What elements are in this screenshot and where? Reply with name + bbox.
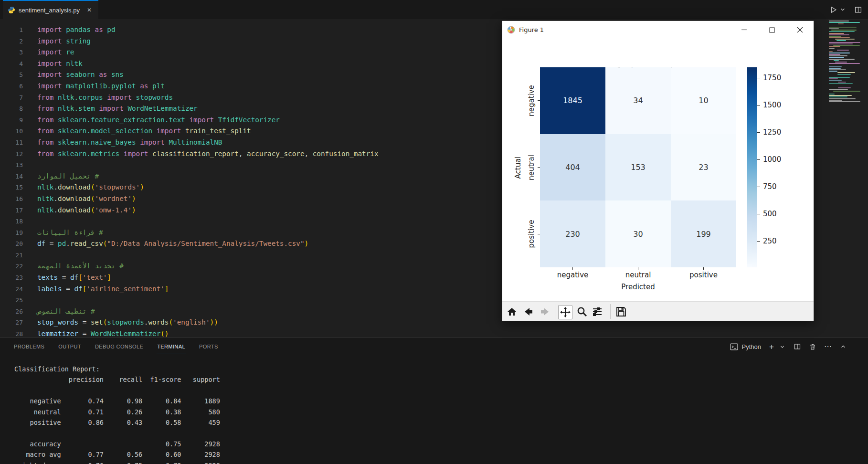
heatmap-cell-positive-neutral: 30 [605, 200, 671, 267]
panel-actions: Python + ⋯ [730, 338, 848, 355]
zoom-rect-icon[interactable] [575, 305, 589, 318]
line-number: 25 [0, 295, 23, 306]
run-python-file-button[interactable] [828, 4, 838, 15]
line-number: 4 [0, 58, 23, 70]
code-text: # قراءة البيانات [37, 227, 103, 239]
back-icon[interactable] [522, 305, 535, 318]
y-tick-label-neutral: neutral [527, 155, 536, 180]
bottom-panel: PROBLEMSOUTPUTDEBUG CONSOLETERMINALPORTS… [0, 337, 868, 464]
split-editor-icon[interactable] [853, 4, 863, 15]
matplotlib-figure-window[interactable]: Figure 1 Confusion Matrix 18453410404153… [502, 21, 814, 321]
colorbar-tick-label-500: 500 [763, 210, 777, 218]
colorbar-tick-mark [757, 241, 760, 242]
pan-tool-icon[interactable] [558, 305, 572, 319]
code-text: labels = df['airline_sentiment'] [37, 284, 169, 295]
panel-maximize-chevron-icon[interactable] [838, 342, 848, 351]
figure-canvas: Confusion Matrix 18453410404153232303019… [502, 39, 814, 301]
x-tick-label-positive: positive [675, 271, 732, 279]
configure-subplots-icon[interactable] [591, 305, 604, 318]
forward-icon-disabled[interactable] [538, 305, 551, 318]
code-line[interactable]: 28lemmatizer = WordNetLemmatizer() [0, 328, 828, 337]
y-tick-mark [538, 234, 540, 234]
minimap[interactable] [828, 21, 868, 211]
code-text: df = pd.read_csv("D:/Data Analysis/Senti… [37, 238, 308, 250]
colorbar-tick-mark [757, 214, 760, 214]
line-number: 12 [0, 148, 23, 160]
colorbar-tick-label-250: 250 [763, 237, 777, 245]
code-text: texts = df['text'] [37, 272, 111, 284]
heatmap-cell-neutral-negative: 404 [540, 134, 605, 201]
line-number: 24 [0, 284, 23, 295]
line-number: 23 [0, 272, 23, 284]
figure-title-bar[interactable]: Figure 1 [502, 21, 814, 39]
x-axis-label: Predicted [540, 283, 736, 291]
code-text: import matplotlib.pyplot as plt [37, 81, 165, 92]
colorbar-tick-mark [757, 132, 760, 133]
line-number: 10 [0, 126, 23, 137]
y-tick-label-negative: negative [527, 85, 536, 116]
figure-minimize-button[interactable] [733, 21, 755, 39]
heatmap-cell-negative-positive: 10 [671, 67, 736, 134]
kill-terminal-trash-icon[interactable] [808, 342, 817, 351]
vscode-window: sentiment_analysis.py ✕ 1import pandas a… [0, 0, 868, 464]
line-number: 21 [0, 250, 23, 261]
code-text: from nltk.stem import WordNetLemmatizer [37, 103, 198, 115]
line-number: 11 [0, 137, 23, 148]
confusion-matrix-heatmap: 184534104041532323030199 [540, 67, 736, 267]
matplotlib-logo-icon [507, 26, 515, 34]
tab-close-icon[interactable]: ✕ [87, 7, 92, 13]
line-number: 14 [0, 171, 23, 182]
panel-tab-problems[interactable]: PROBLEMS [13, 339, 45, 354]
heatmap-cell-negative-negative: 1845 [540, 67, 605, 134]
split-terminal-icon[interactable] [793, 342, 802, 351]
tab-sentiment-analysis[interactable]: sentiment_analysis.py ✕ [3, 0, 98, 19]
tab-filename: sentiment_analysis.py [19, 7, 80, 14]
code-text: from sklearn.metrics import classificati… [37, 148, 379, 160]
colorbar-tick-label-1250: 1250 [763, 128, 781, 137]
home-icon[interactable] [505, 305, 519, 318]
figure-close-button[interactable] [789, 21, 811, 39]
code-text: from sklearn.naive_bayes import Multinom… [37, 137, 222, 148]
run-options-chevron-icon[interactable] [839, 4, 846, 15]
code-text: # تحديد الأعمدة المهمة [37, 261, 124, 272]
code-text: # تنظيف النصوص [37, 306, 95, 317]
line-number: 3 [0, 47, 23, 58]
code-text: # تحميل الموارد [37, 171, 99, 182]
terminal-output[interactable]: Classification Report: precision recall … [14, 364, 220, 464]
heatmap-cell-neutral-positive: 23 [671, 134, 736, 201]
terminal-shell-label[interactable]: Python [742, 343, 761, 350]
panel-more-actions-icon[interactable]: ⋯ [823, 342, 833, 351]
save-icon[interactable] [614, 305, 628, 318]
line-number: 1 [0, 24, 23, 36]
line-number: 18 [0, 216, 23, 227]
line-number: 8 [0, 103, 23, 115]
x-tick-mark [638, 267, 638, 270]
panel-tab-output[interactable]: OUTPUT [58, 339, 82, 354]
y-tick-mark [538, 100, 540, 101]
line-number: 28 [0, 328, 23, 337]
x-tick-mark [703, 267, 704, 270]
code-text: lemmatizer = WordNetLemmatizer() [37, 328, 169, 337]
y-tick-mark [538, 167, 540, 168]
code-text: stop_words = set(stopwords.words('englis… [37, 317, 218, 328]
panel-tab-ports[interactable]: PORTS [199, 339, 219, 354]
code-text: import seaborn as sns [37, 69, 124, 81]
figure-maximize-button[interactable] [761, 21, 783, 39]
line-number: 20 [0, 238, 23, 250]
heatmap-cell-positive-positive: 199 [671, 200, 736, 267]
panel-tab-terminal[interactable]: TERMINAL [157, 339, 186, 354]
x-tick-label-negative: negative [544, 271, 602, 279]
terminal-profile-chevron-icon[interactable] [777, 342, 787, 351]
line-number: 15 [0, 182, 23, 193]
figure-window-title: Figure 1 [519, 26, 544, 33]
colorbar-tick-mark [757, 159, 760, 160]
line-number: 6 [0, 81, 23, 92]
line-number: 22 [0, 261, 23, 272]
line-number: 7 [0, 92, 23, 104]
code-text: from sklearn.feature_extraction.text imp… [37, 115, 280, 126]
heatmap-cell-negative-neutral: 34 [605, 67, 671, 134]
python-file-icon [8, 6, 15, 14]
colorbar [747, 67, 757, 267]
new-terminal-button[interactable]: + [767, 342, 776, 351]
panel-tab-debug-console[interactable]: DEBUG CONSOLE [95, 339, 144, 354]
